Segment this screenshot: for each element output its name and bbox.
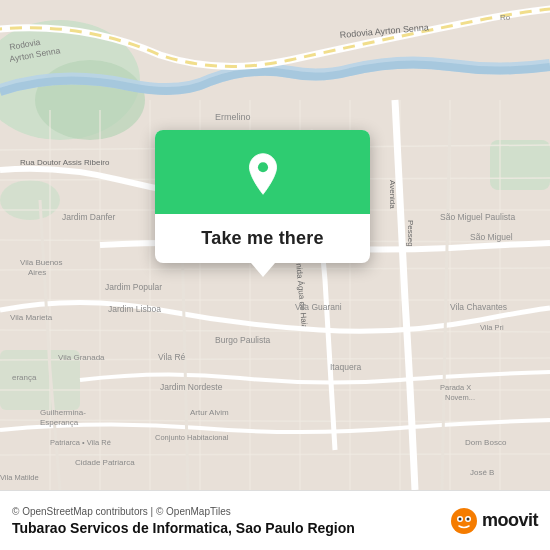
svg-text:Itaquera: Itaquera bbox=[330, 362, 361, 372]
svg-text:Dom Bosco: Dom Bosco bbox=[465, 438, 507, 447]
bottom-bar: © OpenStreetMap contributors | © OpenMap… bbox=[0, 490, 550, 550]
location-pin-icon bbox=[241, 152, 285, 196]
svg-text:Vila Ré: Vila Ré bbox=[158, 352, 186, 362]
svg-point-69 bbox=[466, 517, 469, 520]
svg-text:Artur Alvim: Artur Alvim bbox=[190, 408, 229, 417]
moovit-brand-icon bbox=[450, 507, 478, 535]
map-container[interactable]: Rodovia Ayrton Senna Rua Doutor Assis Ri… bbox=[0, 0, 550, 490]
take-me-there-button[interactable]: Take me there bbox=[201, 228, 323, 249]
svg-text:São Miguel: São Miguel bbox=[470, 232, 513, 242]
svg-point-4 bbox=[0, 180, 60, 220]
svg-point-64 bbox=[257, 162, 267, 172]
moovit-label: moovit bbox=[482, 510, 538, 531]
svg-text:José B: José B bbox=[470, 468, 494, 477]
svg-text:Jardim Nordeste: Jardim Nordeste bbox=[160, 382, 223, 392]
attribution-text: © OpenStreetMap contributors | © OpenMap… bbox=[12, 506, 450, 517]
svg-text:Novem...: Novem... bbox=[445, 393, 475, 402]
svg-text:Avenida: Avenida bbox=[388, 180, 397, 209]
popup-card: Take me there bbox=[155, 130, 370, 263]
svg-text:Vila Matilde: Vila Matilde bbox=[0, 473, 39, 482]
svg-text:Vila Marieta: Vila Marieta bbox=[10, 313, 53, 322]
popup-button-area[interactable]: Take me there bbox=[155, 214, 370, 263]
svg-text:erança: erança bbox=[12, 373, 37, 382]
svg-text:São Miguel Paulista: São Miguel Paulista bbox=[440, 212, 515, 222]
svg-text:Patriarca • Vila Ré: Patriarca • Vila Ré bbox=[50, 438, 111, 447]
svg-text:Vila Granada: Vila Granada bbox=[58, 353, 105, 362]
popup-pointer bbox=[251, 263, 275, 277]
moovit-logo: moovit bbox=[450, 507, 538, 535]
svg-text:Rua Doutor Assis Ribeiro: Rua Doutor Assis Ribeiro bbox=[20, 158, 110, 167]
svg-text:Vila Guarani: Vila Guarani bbox=[295, 302, 342, 312]
svg-text:Jardim Lisboa: Jardim Lisboa bbox=[108, 304, 161, 314]
svg-text:Vila Chavantes: Vila Chavantes bbox=[450, 302, 507, 312]
svg-text:Vila Pri: Vila Pri bbox=[480, 323, 504, 332]
svg-text:Cidade Patriarca: Cidade Patriarca bbox=[75, 458, 135, 467]
popup-header bbox=[155, 130, 370, 214]
svg-text:Aires: Aires bbox=[28, 268, 46, 277]
svg-point-2 bbox=[35, 60, 145, 140]
svg-text:Guilhermina-: Guilhermina- bbox=[40, 408, 86, 417]
svg-text:Parada X: Parada X bbox=[440, 383, 471, 392]
svg-text:Jardim Danfer: Jardim Danfer bbox=[62, 212, 116, 222]
svg-point-65 bbox=[451, 508, 477, 534]
location-title: Tubarao Servicos de Informatica, Sao Pau… bbox=[12, 520, 450, 536]
svg-text:Burgo Paulista: Burgo Paulista bbox=[215, 335, 271, 345]
svg-rect-3 bbox=[490, 140, 550, 190]
svg-text:Ermelino: Ermelino bbox=[215, 112, 251, 122]
svg-line-16 bbox=[0, 454, 550, 455]
svg-text:Vila Buenos: Vila Buenos bbox=[20, 258, 63, 267]
svg-text:Conjunto Habitacional: Conjunto Habitacional bbox=[155, 433, 229, 442]
svg-point-68 bbox=[458, 517, 461, 520]
svg-text:Esperança: Esperança bbox=[40, 418, 79, 427]
svg-text:Ro: Ro bbox=[500, 13, 511, 22]
svg-text:Jardim Popular: Jardim Popular bbox=[105, 282, 162, 292]
bottom-text-area: © OpenStreetMap contributors | © OpenMap… bbox=[12, 506, 450, 536]
